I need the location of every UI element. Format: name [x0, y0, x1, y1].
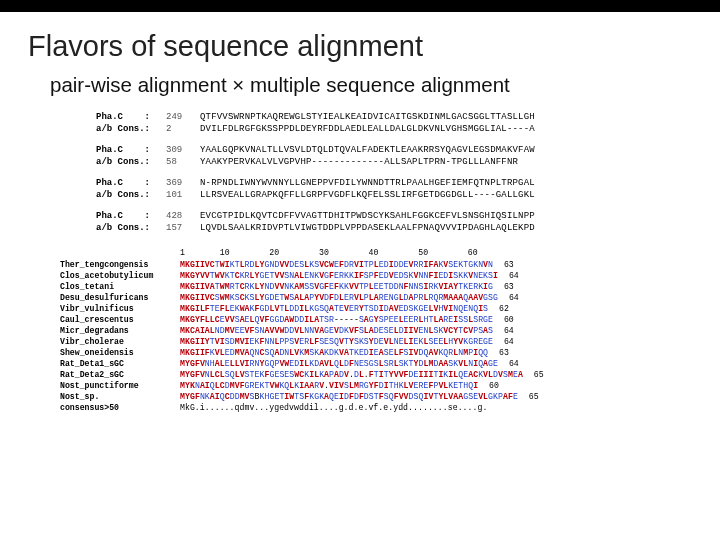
msa-row: Ther_tengcongensisMKGIIVCTWIKTLRDLYGNDVV… — [60, 259, 720, 270]
pairwise-row: a/b Cons.:2DVILFDLRGFGKSSPPDLDEYRFDDLAED… — [96, 123, 720, 135]
pairwise-label: a/b Cons.: — [96, 123, 166, 135]
msa-end-position: 64 — [498, 292, 519, 303]
msa-label: Ther_tengcongensis — [60, 259, 180, 270]
msa-sequence: MYGFVNLCLSQLVSTEKFGESESWCKILKAPADV.DL.FT… — [180, 369, 523, 380]
pairwise-label: a/b Cons.: — [96, 156, 166, 168]
msa-sequence: MKGIIVCSWMKSCKSLYGDETWSALAPYVDFDLERVLPLA… — [180, 292, 498, 303]
pairwise-position: 101 — [166, 189, 200, 201]
pairwise-sequence: QTFVVSWRNPTKAQREWGLSTYIEALKEAIDVICAITGSK… — [200, 111, 535, 123]
pairwise-position: 428 — [166, 210, 200, 222]
pairwise-position: 249 — [166, 111, 200, 123]
msa-end-position: 60 — [493, 314, 514, 325]
msa-row: Rat_Deta2_sGCMYGFVNLCLSQLVSTEKFGESESWCKI… — [60, 369, 720, 380]
msa-row: consensus>50MkG.i......qdmv...ygedvwddil… — [60, 402, 720, 413]
pairwise-label: Pha.C : — [96, 177, 166, 189]
msa-end-position: 65 — [518, 391, 539, 402]
msa-label: Vibr_vulnificus — [60, 303, 180, 314]
msa-sequence: MkG.i......qdmv...ygedvwddil....g.d.e.vf… — [180, 402, 487, 413]
msa-row: Desu_desulfuricansMKGIIVCSWMKSCKSLYGDETW… — [60, 292, 720, 303]
msa-sequence: MKGIIVATWMRTCRKLYNDVVNKAMSSVGFEFKKVVTPLE… — [180, 281, 493, 292]
msa-end-position: 62 — [488, 303, 509, 314]
pairwise-alignment-block: Pha.C :249QTFVVSWRNPTKAQREWGLSTYIEALKEAI… — [0, 109, 720, 234]
multiple-sequence-alignment-block: 1 10 20 30 40 50 60 Ther_tengcongensisMK… — [0, 234, 720, 413]
pairwise-position: 58 — [166, 156, 200, 168]
msa-label: Clos_tetani — [60, 281, 180, 292]
pairwise-sequence: DVILFDLRGFGKSSPPDLDEYRFDDLAEDLEALLDALGLD… — [200, 123, 535, 135]
msa-sequence: MKCAIALNDMVEEVFSNAVVWDDVLNNVAGEVDKVFSLAD… — [180, 325, 493, 336]
msa-end-position: 60 — [478, 380, 499, 391]
msa-end-position: 63 — [493, 259, 514, 270]
msa-ruler: 1 10 20 30 40 50 60 — [60, 248, 720, 257]
msa-end-position: 63 — [493, 281, 514, 292]
msa-sequence: MKGILFTEFLEKWAKFGDLVTLDDILKGSQATEVERYTSD… — [180, 303, 488, 314]
pairwise-row: Pha.C :369N-RPNDLIWNYWVNNYLLGNEPPVFDILYW… — [96, 177, 720, 189]
pairwise-position: 157 — [166, 222, 200, 234]
pairwise-position: 309 — [166, 144, 200, 156]
msa-sequence: MYGFVNHALELLVIRNYGQPVWEDILKDAVLQLDFNESGS… — [180, 358, 498, 369]
msa-label: Clos_acetobutylicum — [60, 270, 180, 281]
msa-label: Caul_crescentus — [60, 314, 180, 325]
pairwise-sequence: LLRSVEALLGRAPKQFFLLGRPFVGDFLKQFELSSLIRFG… — [200, 189, 535, 201]
pairwise-sequence: N-RPNDLIWNYWVNNYLLGNEPPVFDILYWNNDTTRLPAA… — [200, 177, 535, 189]
msa-label: Rat_Deta1_sGC — [60, 358, 180, 369]
msa-row: Nost_sp.MYGFNKAIQCDDMVSBKHGETIWTSFKGKAQE… — [60, 391, 720, 402]
msa-row: Clos_tetaniMKGIIVATWMRTCRKLYNDVVNKAMSSVG… — [60, 281, 720, 292]
msa-sequence: MYGFNKAIQCDDMVSBKHGETIWTSFKGKAQEIDFDFDST… — [180, 391, 518, 402]
msa-row: Micr_degradansMKCAIALNDMVEEVFSNAVVWDDVLN… — [60, 325, 720, 336]
msa-end-position: 63 — [488, 347, 509, 358]
pairwise-label: Pha.C : — [96, 210, 166, 222]
msa-row: Vibr_vulnificusMKGILFTEFLEKWAKFGDLVTLDDI… — [60, 303, 720, 314]
pairwise-row: Pha.C :428EVCGTPIDLKQVTCDFFVVAGTTDHITPWD… — [96, 210, 720, 222]
msa-sequence: MKGIIYTVISDMVIEKFNNLPPSVERLFSESQVTYSKSYD… — [180, 336, 493, 347]
msa-label: Micr_degradans — [60, 325, 180, 336]
msa-label: consensus>50 — [60, 402, 180, 413]
msa-sequence: MKGYVVTWVKTCKRLYGETVVSNALENKVGFERKKIFSPF… — [180, 270, 498, 281]
msa-end-position: 64 — [498, 358, 519, 369]
pairwise-row: a/b Cons.:101LLRSVEALLGRAPKQFFLLGRPFVGDF… — [96, 189, 720, 201]
msa-label: Vibr_cholerae — [60, 336, 180, 347]
pairwise-label: a/b Cons.: — [96, 189, 166, 201]
msa-end-position — [487, 402, 498, 413]
pairwise-row: Pha.C :309YAALGQPKVNALTLLVSVLDTQLDTQVALF… — [96, 144, 720, 156]
msa-row: Shew_oneidensisMKGIIFKVLEDMVAQNCSQADNLVK… — [60, 347, 720, 358]
slide-subtitle: pair-wise alignment × multiple sequence … — [0, 71, 720, 109]
msa-label: Nost_sp. — [60, 391, 180, 402]
msa-row: Rat_Deta1_sGCMYGFVNHALELLVIRNYGQPVWEDILK… — [60, 358, 720, 369]
msa-row: Clos_acetobutylicumMKGYVVTWVKTCKRLYGETVV… — [60, 270, 720, 281]
pairwise-sequence: YAAKYPERVKALVLVGPVHP-------------ALLSAPL… — [200, 156, 518, 168]
pairwise-sequence: EVCGTPIDLKQVTCDFFVVAGTTDHITPWDSCYKSAHLFG… — [200, 210, 535, 222]
pairwise-sequence: LQVDLSAALKRIDVPTLVIWGTDDPLVPPDASEKLAALFP… — [200, 222, 535, 234]
msa-row: Vibr_choleraeMKGIIYTVISDMVIEKFNNLPPSVERL… — [60, 336, 720, 347]
msa-end-position: 64 — [493, 325, 514, 336]
top-bar — [0, 0, 720, 12]
pairwise-position: 369 — [166, 177, 200, 189]
msa-sequence: MKGIIFKVLEDMVAQNCSQADNLVKMSKAKDKVATKEDIE… — [180, 347, 488, 358]
pairwise-row: a/b Cons.:157LQVDLSAALKRIDVPTLVIWGTDDPLV… — [96, 222, 720, 234]
pairwise-sequence: YAALGQPKVNALTLLVSVLDTQLDTQVALFADEKTLEAAK… — [200, 144, 535, 156]
msa-sequence: MKGYFLLCEVVSAELQVFGGDAWDDILATSR-----SAGY… — [180, 314, 493, 325]
pairwise-label: Pha.C : — [96, 144, 166, 156]
pairwise-row: a/b Cons.:58YAAKYPERVKALVLVGPVHP--------… — [96, 156, 720, 168]
msa-label: Nost_punctiforme — [60, 380, 180, 391]
msa-end-position: 65 — [523, 369, 544, 380]
msa-label: Desu_desulfuricans — [60, 292, 180, 303]
msa-row: Nost_punctiformeMYKNAIQLCDMVFGREKTVWKQLK… — [60, 380, 720, 391]
msa-label: Rat_Deta2_sGC — [60, 369, 180, 380]
msa-end-position: 64 — [493, 336, 514, 347]
pairwise-row: Pha.C :249QTFVVSWRNPTKAQREWGLSTYIEALKEAI… — [96, 111, 720, 123]
pairwise-position: 2 — [166, 123, 200, 135]
slide-title: Flavors of sequence alignment — [0, 12, 720, 71]
msa-row: Caul_crescentusMKGYFLLCEVVSAELQVFGGDAWDD… — [60, 314, 720, 325]
pairwise-label: a/b Cons.: — [96, 222, 166, 234]
msa-label: Shew_oneidensis — [60, 347, 180, 358]
msa-end-position: 64 — [498, 270, 519, 281]
msa-sequence: MKGIIVCTWIKTLRDLYGNDVVDESLKSVCWEFDRVITPL… — [180, 259, 493, 270]
pairwise-label: Pha.C : — [96, 111, 166, 123]
msa-sequence: MYKNAIQLCDMVFGREKTVWKQLKIAARV.VIVSLMRGYF… — [180, 380, 478, 391]
